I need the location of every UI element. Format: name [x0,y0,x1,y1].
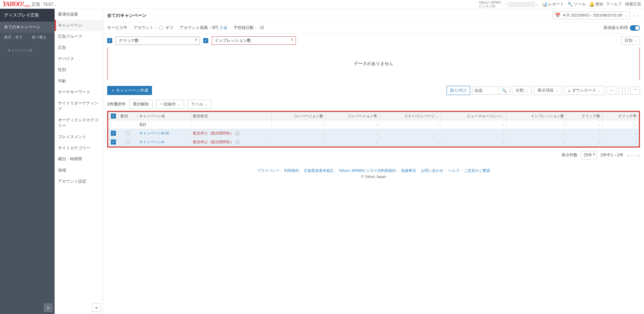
help-icon: ? [607,2,609,7]
nav-region[interactable]: 地域 [55,165,103,176]
account-dropdown[interactable]: TEST⌄ [43,2,57,7]
page-first[interactable]: « [627,153,629,158]
col-campaign-name[interactable]: キャンペーン名 [137,112,191,120]
nav-device[interactable]: デバイス [55,53,103,64]
page-size-select[interactable]: 25件 ▴▾ [581,151,597,159]
campaign-link[interactable]: キャンペーンA #2 [139,131,169,135]
columns-button[interactable]: 表示項目 ⌄ [534,86,562,95]
tools-link[interactable]: 🔧ツール [568,1,586,7]
footer-ad-policy[interactable]: 広告取扱基本規定 [304,168,334,172]
help-link[interactable]: ?ヘルプ [607,1,622,7]
report-link[interactable]: 📊レポート [542,1,564,7]
deposit-link[interactable]: 入金 [219,25,227,30]
nav-age[interactable]: 年齢 [55,75,103,87]
logo-main: YAHOO! [3,1,24,7]
fullscreen-button[interactable]: ⛶ [618,87,628,95]
metric1-checkbox[interactable]: ✓ [107,38,112,43]
metric2-checkbox[interactable]: ✓ [203,38,208,43]
sidebar-subtitle[interactable]: 全てのキャンペーン [0,22,55,33]
display-filter[interactable]: 表示：全て ⌄ [4,35,26,44]
collapse-sidebar2-button[interactable]: « [92,303,101,312]
page-prev[interactable]: ‹ [631,153,632,158]
row-checkbox[interactable]: ✓ [111,139,116,145]
selection-bar: 2件選択中 選択解除 一括操作 ⌄ ラベル ⌄ [103,98,644,111]
date-prev-button[interactable]: ‹ [632,13,635,18]
nav-audience-cat[interactable]: オーディエンスカテゴリー [55,115,103,131]
bulk-action-button[interactable]: 一括操作 ⌄ [156,100,184,109]
row-checkbox[interactable]: ✓ [111,131,116,136]
footer-help[interactable]: ヘルプ [448,168,459,172]
split-button[interactable]: 分割 ⌄ [512,86,532,95]
nav-gender[interactable]: 性別 [55,64,103,75]
footer-disclaimer[interactable]: 免責事項 [401,168,416,172]
new-ui-toggle[interactable] [630,25,640,31]
spinner-icon: ▴▾ [292,38,293,43]
total-label: 合計 [137,120,191,129]
deselect-button[interactable]: 選択解除 [129,100,153,109]
page-next[interactable]: › [634,153,636,158]
nav-day-time[interactable]: 曜日・時間帯 [55,154,103,165]
more-button[interactable]: ⋯ [606,87,616,95]
footer-terms[interactable]: 利用規約 [284,168,299,172]
period-select[interactable]: 日別 ⌄ [621,36,640,45]
chevron-down-icon: ⌄ [178,102,180,106]
spinner-icon: ▴▾ [195,38,197,43]
col-conv-rate[interactable]: コンバージョン率 [326,112,379,120]
bell-icon: 🔔 [589,2,594,7]
info-icon[interactable]: i [235,131,240,135]
nav-campaign[interactable]: キャンペーン [55,20,103,31]
col-conv[interactable]: コンバージョン数 [272,112,326,120]
nav-site-cat[interactable]: サイトカテゴリー [55,143,103,154]
top-header: YAHOO!JAPAN 広告 TEST⌄ Yahoo! JAPAN ビジネスID… [0,0,644,9]
notif-link[interactable]: 🔔通知 [589,1,603,7]
create-campaign-button[interactable]: ＋ キャンペーン作成 [107,86,152,95]
footer-contact[interactable]: お問い合わせ [421,168,443,172]
chevron-down-icon: ⌄ [54,3,57,6]
search-ads-link[interactable]: 検索広告 [625,1,641,7]
breadcrumb-campaign-a[interactable]: キャンペーンA [0,46,55,55]
col-clicks[interactable]: クリック数 [566,112,603,120]
col-ctr[interactable]: クリック率 [603,112,639,120]
footer-privacy[interactable]: プライバシー [257,168,279,172]
col-view-conv[interactable]: ビュースルーコンバ… [441,112,507,120]
date-range-picker[interactable]: 📅 今月 2021/06/01～2021/06/23 01:00 ⌄ [553,11,630,19]
nav-search-kw[interactable]: サーチキーワード [55,87,103,98]
col-status[interactable]: 配信状況 [191,112,272,120]
account-toggle[interactable]: アカウント： オフ [133,25,174,31]
footer-bizid-terms[interactable]: Yahoo! JAPANビジネスID利用規約 [339,168,396,172]
collapse-up-button[interactable]: ⌃ [631,87,640,95]
nav-adgroup[interactable]: 広告グループ [55,31,103,42]
col-impressions[interactable]: インプレッション数 [507,112,566,120]
sort-control[interactable]: 並べ替え ⌄ [32,35,51,44]
table-header-row: ✓ 配信 キャンペーン名 配信状況 コンバージョン数 コンバージョン率 コスト/… [109,112,639,120]
nav-placement[interactable]: プレイスメント [55,131,103,143]
col-cost-conv[interactable]: コスト/コンバージ… [379,112,441,120]
label-button[interactable]: ラベル ⌄ [187,100,211,109]
new-ui-label: 新画面を利用 [604,25,628,31]
date-next-button[interactable]: › [637,13,640,18]
business-id-select[interactable]: ：⌄ [504,1,539,7]
delivery-toggle[interactable] [126,131,130,135]
sidebar-secondary: 最適化提案 キャンペーン 広告グループ 広告 デバイス 性別 年齢 サーチキーワ… [55,9,103,314]
page-info: 2件中1～2件 [601,152,623,158]
metric1-select[interactable]: クリック数 ▴▾ [116,36,200,45]
metric2-select[interactable]: インプレッション数 ▴▾ [212,36,296,45]
info-icon[interactable]: i [235,140,240,144]
search-input[interactable] [472,87,499,95]
paste-button[interactable]: 貼り付け [447,86,470,95]
nav-optimize[interactable]: 最適化提案 [55,9,103,20]
campaign-link[interactable]: キャンペーンA [139,140,164,144]
download-button[interactable]: ⤓ ダウンロード ⌄ [564,86,604,95]
search-button[interactable]: 🔍 [499,87,510,95]
nav-ads[interactable]: 広告 [55,42,103,53]
col-delivery[interactable]: 配信 [119,112,137,120]
chevron-down-icon: ⌄ [5,40,7,44]
collapse-sidebar1-button[interactable]: « [44,303,53,312]
footer-feedback[interactable]: ご意見やご要望 [464,168,490,172]
radio-off-icon [159,26,163,30]
delivery-toggle[interactable] [126,140,130,144]
nav-account-settings[interactable]: アカウント設定 [55,176,103,187]
page-last[interactable]: » [638,153,640,158]
select-all-checkbox[interactable]: ✓ [111,114,116,119]
nav-retargeting[interactable]: サイトリターゲティング [55,98,103,115]
